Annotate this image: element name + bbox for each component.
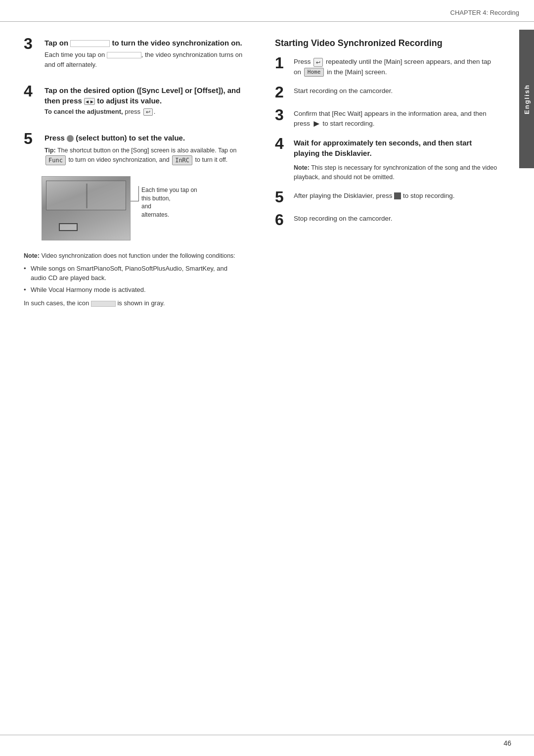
right-step-2-number: 2 xyxy=(275,84,290,100)
callout-line1: Each time you tap on xyxy=(141,187,197,193)
func-button: Func xyxy=(45,155,66,165)
step-3-content: Tap on to turn the video synchronization… xyxy=(44,38,243,74)
cancel-line: To cancel the adjustment, press ↩. xyxy=(44,108,243,116)
note-box-left: Note: Video synchronization does not fun… xyxy=(24,251,243,308)
note-text-r4: This step is necessary for synchronizati… xyxy=(294,164,497,181)
note-box-right-4: Note: This step is necessary for synchro… xyxy=(294,163,499,182)
back-btn-r1: ↩ xyxy=(313,58,323,67)
page-footer: 46 xyxy=(503,739,511,747)
step-4-number: 4 xyxy=(24,83,42,99)
right-step-1-content: Press ↩ repeatedly until the [Main] scre… xyxy=(294,57,499,77)
step-3-title: Tap on to turn the video synchronization… xyxy=(44,38,243,48)
cancel-label: To cancel the adjustment, xyxy=(44,108,123,115)
right-column: Starting Video Synchronized Recording 1 … xyxy=(257,22,514,324)
right-step-1: 1 Press ↩ repeatedly until the [Main] sc… xyxy=(275,57,499,77)
tip-label: Tip: xyxy=(44,147,56,154)
right-step-5: 5 After playing the Disklavier, press to… xyxy=(275,191,499,205)
step-3-subtext: Each time you tap on , the video synchro… xyxy=(44,50,243,69)
step-3-number: 3 xyxy=(24,36,42,51)
callout-line4: alternates. xyxy=(141,211,169,218)
callout-line2: this button, xyxy=(141,195,171,202)
right-step-4-title: Wait for approximately ten seconds, and … xyxy=(294,138,499,158)
step-5-content: Press (select button) to set the value. … xyxy=(44,133,243,165)
right-step-5-body: After playing the Disklavier, press to s… xyxy=(294,191,499,201)
page-number: 46 xyxy=(503,739,511,747)
image-wrapper: Each time you tap on this button, and al… xyxy=(42,176,243,240)
right-step-4: 4 Wait for approximately ten seconds, an… xyxy=(275,138,499,182)
condition-item-2: While Vocal Harmony mode is activated. xyxy=(24,285,243,295)
right-step-1-body: Press ↩ repeatedly until the [Main] scre… xyxy=(294,57,499,77)
device-image xyxy=(42,176,131,240)
right-step-2: 2 Start recording on the camcorder. xyxy=(275,86,499,100)
right-step-3-number: 3 xyxy=(275,107,290,123)
note-label-left: Note: xyxy=(24,252,40,259)
right-step-3-body: Confirm that [Rec Wait] appears in the i… xyxy=(294,109,499,129)
page-header: CHAPTER 4: Recording xyxy=(0,0,534,22)
right-step-5-number: 5 xyxy=(275,189,290,205)
left-column: 3 Tap on to turn the video synchronizati… xyxy=(0,22,257,324)
note-intro-left: Video synchronization does not function … xyxy=(41,252,235,259)
right-step-1-number: 1 xyxy=(275,55,290,71)
step-4-content: Tap on the desired option ([Sync Level] … xyxy=(44,85,243,122)
step-4-title: Tap on the desired option ([Sync Level] … xyxy=(44,85,243,106)
sidebar-label: English xyxy=(523,84,531,114)
section-title-text: Starting Video Synchronized Recording xyxy=(275,38,443,48)
back-button-icon: ↩ xyxy=(143,108,153,116)
right-step-3: 3 Confirm that [Rec Wait] appears in the… xyxy=(275,109,499,129)
right-step-6-number: 6 xyxy=(275,212,290,228)
right-step-6-content: Stop recording on the camcorder. xyxy=(294,214,499,224)
step-3-block: 3 Tap on to turn the video synchronizati… xyxy=(24,38,243,74)
right-step-6-body: Stop recording on the camcorder. xyxy=(294,214,499,224)
gray-text: In such cases, the icon is shown in gray… xyxy=(24,298,243,308)
home-btn: Home xyxy=(304,68,324,77)
right-step-2-body: Start recording on the camcorder. xyxy=(294,86,499,96)
chapter-label: CHAPTER 4: Recording xyxy=(450,9,519,16)
section-title: Starting Video Synchronized Recording xyxy=(275,38,499,49)
step-5-title: Press (select button) to set the value. xyxy=(44,133,243,143)
callout-line3: and xyxy=(141,203,151,210)
right-step-4-content: Wait for approximately ten seconds, and … xyxy=(294,138,499,182)
bottom-divider xyxy=(0,735,534,736)
note-label-r4: Note: xyxy=(294,164,310,171)
step-5-number: 5 xyxy=(24,131,42,146)
right-step-3-content: Confirm that [Rec Wait] appears in the i… xyxy=(294,109,499,129)
callout-text: Each time you tap on this button, and al… xyxy=(138,186,197,219)
language-sidebar: English xyxy=(519,30,534,168)
step-5-block: 5 Press (select button) to set the value… xyxy=(24,133,243,165)
right-step-4-number: 4 xyxy=(275,136,290,151)
inrc-button: InRC xyxy=(172,155,192,165)
right-step-6: 6 Stop recording on the camcorder. xyxy=(275,214,499,228)
tip-box: Tip: The shortcut button on the [Song] s… xyxy=(44,146,243,165)
condition-item-1: While songs on SmartPianoSoft, PianoSoft… xyxy=(24,264,243,283)
right-step-5-content: After playing the Disklavier, press to s… xyxy=(294,191,499,201)
step-4-block: 4 Tap on the desired option ([Sync Level… xyxy=(24,85,243,122)
right-step-2-content: Start recording on the camcorder. xyxy=(294,86,499,96)
conditions-list: While songs on SmartPianoSoft, PianoSoft… xyxy=(24,264,243,295)
page-content: 3 Tap on to turn the video synchronizati… xyxy=(0,22,534,324)
